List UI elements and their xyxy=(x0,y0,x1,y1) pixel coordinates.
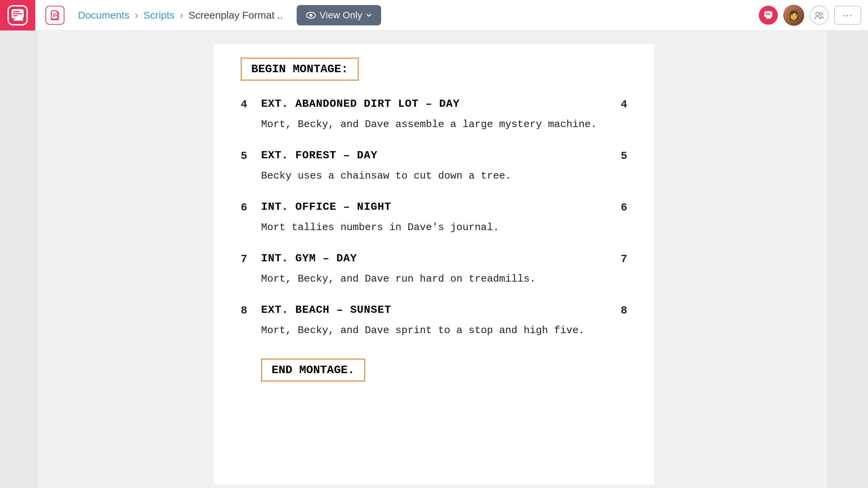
app-header: Documents › Scripts › Screenplay Format … xyxy=(0,0,868,30)
svg-point-16 xyxy=(820,13,823,15)
breadcrumb-sep-1: › xyxy=(135,10,138,21)
avatar-user: 👩 xyxy=(783,5,804,26)
svg-rect-1 xyxy=(13,11,20,12)
svg-rect-8 xyxy=(53,16,55,17)
begin-montage-text: BEGIN MONTAGE: xyxy=(251,63,348,76)
scene-number-right-4: 4 xyxy=(607,98,627,111)
breadcrumb-sep-2: › xyxy=(180,10,183,21)
scene-heading-6: INT. OFFICE – NIGHT xyxy=(261,201,607,213)
scene-heading-5: EXT. FOREST – DAY xyxy=(261,149,607,162)
header-right: 👩 ··· xyxy=(759,5,861,26)
scene-line-5: 5 EXT. FOREST – DAY 5 xyxy=(241,149,627,162)
scene-number-left-4: 4 xyxy=(241,98,261,111)
scenes-container: 4 EXT. ABANDONED DIRT LOT – DAY 4 Mort, … xyxy=(241,98,627,338)
svg-marker-4 xyxy=(14,19,23,21)
scene-number-left-5: 5 xyxy=(241,149,261,162)
svg-marker-14 xyxy=(766,17,771,19)
svg-rect-3 xyxy=(13,15,18,16)
scene-4: 4 EXT. ABANDONED DIRT LOT – DAY 4 Mort, … xyxy=(241,98,627,132)
more-label: ··· xyxy=(843,10,852,21)
view-only-label: View Only xyxy=(320,10,362,21)
scene-7: 7 INT. GYM – DAY 7 Mort, Becky, and Dave… xyxy=(241,252,627,287)
svg-point-10 xyxy=(309,14,312,17)
avatar-users-icon xyxy=(810,6,829,25)
scene-number-right-7: 7 xyxy=(607,252,627,265)
scene-action-6: Mort tallies numbers in Dave's journal. xyxy=(261,220,627,235)
scene-action-5: Becky uses a chainsaw to cut down a tree… xyxy=(261,168,627,184)
breadcrumb-current: Screenplay Format .. xyxy=(189,9,283,21)
breadcrumb-documents[interactable]: Documents xyxy=(78,9,130,21)
scene-number-left-7: 7 xyxy=(241,252,261,265)
breadcrumb-scripts[interactable]: Scripts xyxy=(143,9,175,21)
svg-rect-2 xyxy=(13,13,22,14)
scene-number-right-6: 6 xyxy=(607,201,627,214)
svg-rect-7 xyxy=(53,15,57,16)
scene-line-8: 8 EXT. BEACH – SUNSET 8 xyxy=(241,304,627,317)
nav-document-icon-box xyxy=(45,6,64,25)
scene-action-4: Mort, Becky, and Dave assemble a large m… xyxy=(261,117,627,132)
scene-6: 6 INT. OFFICE – NIGHT 6 Mort tallies num… xyxy=(241,201,627,235)
scene-heading-8: EXT. BEACH – SUNSET xyxy=(261,304,607,316)
end-montage-text: END MONTAGE. xyxy=(272,364,355,377)
scene-number-right-5: 5 xyxy=(607,149,627,162)
scene-line-6: 6 INT. OFFICE – NIGHT 6 xyxy=(241,201,627,214)
scene-8: 8 EXT. BEACH – SUNSET 8 Mort, Becky, and… xyxy=(241,304,627,338)
right-sidebar xyxy=(827,30,868,488)
scene-number-right-8: 8 xyxy=(607,304,627,317)
scene-5: 5 EXT. FOREST – DAY 5 Becky uses a chain… xyxy=(241,149,627,184)
end-montage-box: END MONTAGE. xyxy=(261,359,365,382)
svg-point-15 xyxy=(816,12,819,16)
scene-number-left-8: 8 xyxy=(241,304,261,317)
left-sidebar xyxy=(0,30,37,488)
screenplay-page: BEGIN MONTAGE: 4 EXT. ABANDONED DIRT LOT… xyxy=(214,44,654,485)
svg-rect-13 xyxy=(766,14,771,15)
logo-box xyxy=(0,0,35,30)
app-logo-icon xyxy=(7,5,28,25)
svg-rect-6 xyxy=(53,14,56,14)
scene-action-8: Mort, Becky, and Dave sprint to a stop a… xyxy=(261,323,627,338)
scene-action-7: Mort, Becky, and Dave run hard on treadm… xyxy=(261,271,627,287)
scene-number-left-6: 6 xyxy=(241,201,261,214)
scene-heading-7: INT. GYM – DAY xyxy=(261,252,607,265)
avatar-chat xyxy=(759,6,778,25)
breadcrumb: Documents › Scripts › Screenplay Format … xyxy=(78,9,283,21)
more-options-button[interactable]: ··· xyxy=(834,6,861,25)
svg-rect-12 xyxy=(766,13,770,14)
scene-line-7: 7 INT. GYM – DAY 7 xyxy=(241,252,627,265)
view-only-button[interactable]: View Only xyxy=(297,5,381,25)
scene-line-4: 4 EXT. ABANDONED DIRT LOT – DAY 4 xyxy=(241,98,627,111)
scene-heading-4: EXT. ABANDONED DIRT LOT – DAY xyxy=(261,98,607,110)
main-content: BEGIN MONTAGE: 4 EXT. ABANDONED DIRT LOT… xyxy=(0,30,868,488)
begin-montage-box: BEGIN MONTAGE: xyxy=(241,58,359,81)
